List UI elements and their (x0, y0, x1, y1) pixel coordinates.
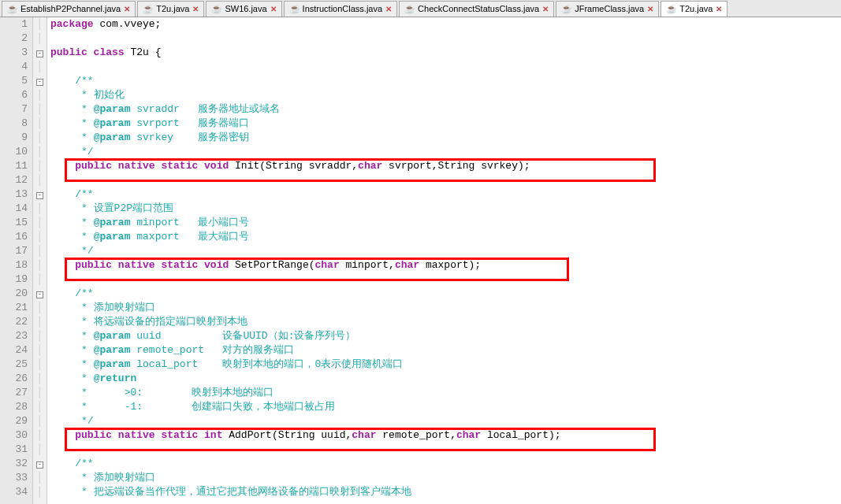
line-number: 4 (0, 60, 28, 74)
line-number: 7 (0, 102, 28, 117)
line-number: 11 (0, 159, 28, 173)
line-number: 3 (0, 46, 28, 60)
javadoc-tag: @return (94, 372, 137, 384)
tab-label: SW16.java (225, 4, 266, 13)
params: local_port); (481, 429, 560, 441)
close-icon[interactable]: ✕ (542, 5, 549, 13)
line-number: 31 (0, 443, 28, 457)
close-icon[interactable]: ✕ (270, 5, 277, 13)
comment: * 设置P2P端口范围 (75, 202, 173, 214)
line-number: 5 (0, 74, 28, 88)
line-number: 32 (0, 457, 28, 471)
comment: remote_port 对方的服务端口 (130, 344, 294, 356)
tab-label: T2u.java (156, 4, 189, 13)
keyword: static (155, 429, 199, 441)
comment: * (75, 117, 93, 129)
line-number: 17 (0, 244, 28, 258)
fold-gutter: ││-│-│││││││-││││││-│││││││││││-││ (33, 17, 47, 504)
line-number: 23 (0, 329, 28, 343)
comment: * (75, 231, 93, 243)
tabs-bar: ☕ EstablishP2Pchannel.java ✕ ☕ T2u.java … (0, 0, 841, 17)
close-icon[interactable]: ✕ (385, 5, 392, 13)
line-number: 29 (0, 414, 28, 428)
fold-toggle-icon[interactable]: - (36, 291, 43, 298)
fold-cell: │ (33, 386, 47, 400)
line-number: 9 (0, 131, 28, 145)
line-number: 19 (0, 272, 28, 287)
fold-cell: │ (33, 88, 47, 102)
tab-sw16[interactable]: ☕ SW16.java ✕ (206, 1, 281, 17)
fold-cell: │ (33, 145, 47, 159)
keyword: native (112, 259, 155, 271)
comment: minport 最小端口号 (130, 217, 249, 228)
fold-cell: │ (33, 258, 47, 272)
fold-cell: │ (33, 372, 47, 386)
fold-cell: │ (33, 358, 47, 372)
keyword: static (155, 160, 199, 172)
line-number: 1 (0, 17, 28, 32)
line-number: 13 (0, 187, 28, 202)
params: remote_port, (377, 429, 456, 441)
javadoc-tag: @param (94, 231, 131, 243)
close-icon[interactable]: ✕ (716, 5, 722, 13)
comment: * 添加映射端口 (75, 302, 154, 313)
line-number: 14 (0, 202, 28, 216)
comment: * 把远端设备当作代理，通过它把其他网络设备的端口映射到客户端本地 (75, 486, 411, 498)
fold-toggle-icon[interactable]: - (36, 50, 43, 57)
class-name: T2u { (125, 46, 162, 58)
fold-cell: │ (33, 343, 47, 358)
fold-cell: │ (33, 32, 47, 46)
java-file-icon: ☕ (7, 3, 18, 14)
tab-jframe-class[interactable]: ☕ JFrameClass.java ✕ (556, 1, 659, 17)
fold-toggle-icon[interactable]: - (36, 192, 43, 199)
line-number: 21 (0, 301, 28, 315)
comment: * 初始化 (75, 89, 124, 101)
params: maxport); (419, 259, 481, 271)
close-icon[interactable]: ✕ (192, 5, 199, 13)
keyword: native (112, 429, 155, 441)
fold-cell: │ (33, 230, 47, 244)
line-number: 24 (0, 343, 28, 358)
tab-establish-p2p[interactable]: ☕ EstablishP2Pchannel.java ✕ (2, 1, 136, 17)
code-area[interactable]: package com.vveye; public class T2u { /*… (47, 17, 841, 504)
close-icon[interactable]: ✕ (647, 5, 653, 13)
java-file-icon: ☕ (666, 3, 677, 14)
fold-cell: │ (33, 471, 47, 485)
line-number: 30 (0, 428, 28, 443)
tab-label: JFrameClass.java (575, 4, 644, 13)
close-icon[interactable]: ✕ (124, 5, 130, 13)
javadoc-tag: @param (94, 103, 131, 115)
comment: maxport 最大端口号 (130, 231, 249, 243)
tab-check-connect[interactable]: ☕ CheckConnectStatusClass.java ✕ (399, 1, 554, 17)
fold-cell: - (33, 187, 47, 202)
javadoc-tag: @param (94, 344, 131, 356)
fold-cell: │ (33, 272, 47, 287)
tab-instruction-class[interactable]: ☕ InstructionClass.java ✕ (284, 1, 398, 17)
comment: svraddr 服务器地址或域名 (130, 103, 280, 115)
tab-t2u-active[interactable]: ☕ T2u.java ✕ (661, 1, 728, 17)
line-number: 20 (0, 287, 28, 301)
java-file-icon: ☕ (211, 3, 222, 14)
comment: */ (75, 146, 93, 158)
keyword: char (395, 259, 419, 271)
comment: uuid 设备UUID（如:设备序列号） (130, 330, 355, 342)
fold-toggle-icon[interactable]: - (36, 79, 43, 86)
fold-cell: │ (33, 428, 47, 443)
keyword: native (112, 160, 155, 172)
method-sig: AddPort(String uuid, (222, 429, 352, 441)
line-number: 27 (0, 386, 28, 400)
line-number: 8 (0, 117, 28, 131)
fold-cell: │ (33, 102, 47, 117)
fold-cell: │ (33, 173, 47, 187)
comment: * (75, 330, 93, 342)
keyword-public: public (50, 46, 87, 58)
fold-toggle-icon[interactable]: - (36, 461, 43, 469)
line-number: 26 (0, 372, 28, 386)
line-number-gutter: 1234567891011121314151617181920212223242… (0, 17, 33, 504)
java-file-icon: ☕ (561, 3, 572, 14)
comment: * (75, 358, 93, 370)
line-number: 15 (0, 216, 28, 230)
comment: * 添加映射端口 (75, 472, 154, 484)
fold-cell: │ (33, 244, 47, 258)
tab-t2u-1[interactable]: ☕ T2u.java ✕ (137, 1, 204, 17)
